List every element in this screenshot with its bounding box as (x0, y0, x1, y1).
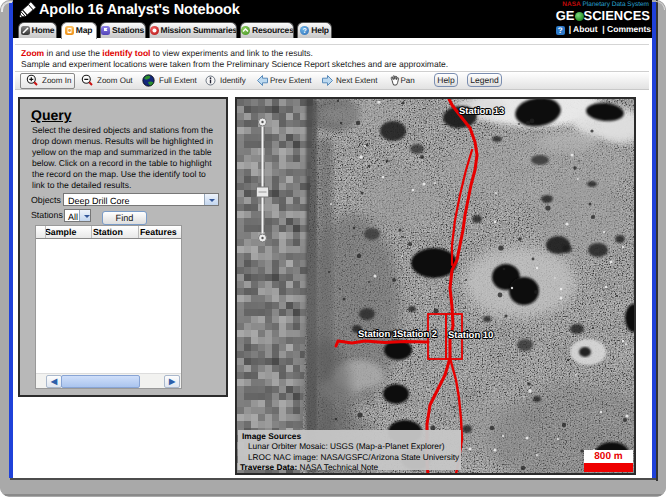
svg-text:?: ? (303, 28, 307, 35)
svg-text:Station 2: Station 2 (397, 329, 437, 340)
svg-text:Station 1: Station 1 (358, 329, 399, 340)
svg-text:Station 13: Station 13 (459, 106, 504, 117)
svg-text:Station 10: Station 10 (448, 330, 493, 341)
